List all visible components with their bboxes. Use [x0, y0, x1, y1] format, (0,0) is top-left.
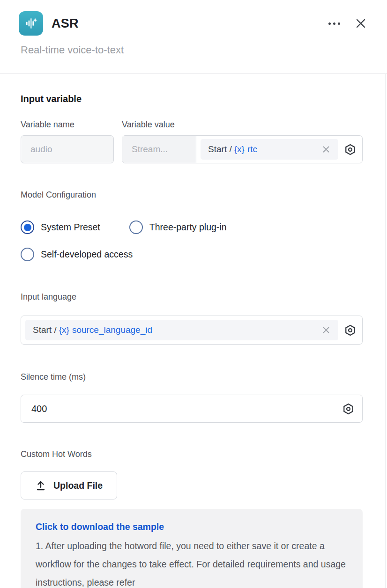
radio-option-system-preset[interactable]: System Preset: [21, 220, 100, 234]
hexagon-node-icon: [344, 143, 357, 156]
custom-hot-words-label: Custom Hot Words: [21, 449, 363, 459]
clear-x-icon: [321, 325, 331, 335]
model-configuration-radio-group: System Preset Three-party plug-in Self-d…: [21, 220, 363, 261]
waveform-sparkle-icon: [22, 15, 39, 32]
input-language-label: Input language: [21, 292, 363, 302]
stream-type-select[interactable]: Stream...: [122, 136, 196, 163]
variable-value-field: Stream... Start / {x} rtc: [122, 135, 363, 163]
clear-reference-button[interactable]: [321, 325, 331, 335]
radio-option-label: Three-party plug-in: [149, 222, 227, 233]
variable-type-icon: {x}: [234, 144, 245, 154]
input-language-settings-button[interactable]: [344, 324, 357, 337]
radio-option-self-developed-access[interactable]: Self-developed access: [21, 248, 133, 261]
close-button[interactable]: [353, 16, 368, 31]
silence-time-settings-button[interactable]: [342, 403, 362, 415]
radio-selected-icon: [21, 220, 34, 234]
input-variable-heading: Input variable: [21, 74, 363, 104]
dot: [328, 22, 331, 25]
node-description: Real-time voice-to-text: [21, 44, 366, 56]
radio-unselected-icon: [129, 220, 143, 234]
variable-value-label: Variable value: [122, 120, 175, 130]
dot: [333, 22, 335, 25]
hotwords-help-box: Click to download the sample 1. After up…: [21, 509, 363, 588]
ref-source: Start /: [33, 325, 57, 335]
input-language-reference-chip[interactable]: Start / {x} source_language_id: [25, 320, 338, 340]
variable-value-settings-button[interactable]: [344, 143, 357, 156]
radio-unselected-icon: [21, 248, 34, 261]
upload-icon: [35, 480, 46, 491]
panel-header: ASR: [0, 0, 387, 36]
variable-name-input[interactable]: [21, 135, 114, 163]
asr-node-icon: [19, 11, 43, 36]
download-sample-link[interactable]: Click to download the sample: [36, 522, 164, 532]
hotwords-help-text: 1. After uploading the hotword file, you…: [36, 537, 349, 588]
ref-variable-name: source_language_id: [72, 325, 152, 335]
radio-option-label: Self-developed access: [41, 249, 133, 260]
upload-file-label: Upload File: [53, 480, 103, 491]
radio-option-label: System Preset: [41, 222, 100, 233]
ref-variable-name: rtc: [247, 144, 257, 154]
ref-source: Start /: [208, 144, 232, 154]
model-configuration-label: Model Configuration: [21, 190, 363, 200]
page-title: ASR: [52, 16, 79, 31]
input-language-field: Start / {x} source_language_id: [21, 316, 363, 345]
variable-type-icon: {x}: [59, 325, 69, 335]
variable-value-reference-chip[interactable]: Start / {x} rtc: [201, 139, 338, 160]
more-menu-button[interactable]: [327, 19, 341, 29]
dot: [338, 22, 340, 25]
silence-time-field: [21, 395, 363, 423]
clear-x-icon: [321, 145, 331, 154]
config-panel-body: Input variable Variable name Variable va…: [0, 74, 386, 588]
clear-reference-button[interactable]: [321, 145, 331, 154]
silence-time-label: Silence time (ms): [21, 372, 363, 382]
variable-name-label: Variable name: [21, 120, 122, 130]
close-icon: [355, 17, 367, 29]
radio-option-three-party-plugin[interactable]: Three-party plug-in: [129, 220, 227, 234]
upload-file-button[interactable]: Upload File: [21, 471, 117, 500]
hexagon-node-icon: [342, 403, 355, 415]
hexagon-node-icon: [344, 324, 357, 337]
silence-time-input[interactable]: [21, 395, 342, 422]
